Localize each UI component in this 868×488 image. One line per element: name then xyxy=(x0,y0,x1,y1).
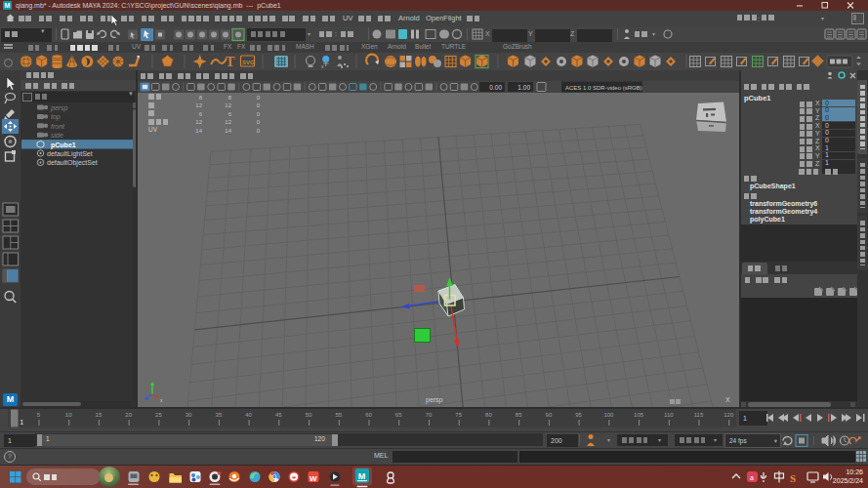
svg-text:T: T xyxy=(226,55,235,69)
svg-text:45: 45 xyxy=(275,412,282,418)
svg-text:25: 25 xyxy=(155,412,162,418)
svg-text:110: 110 xyxy=(664,412,674,418)
svg-text:pCube1: pCube1 xyxy=(51,142,76,149)
svg-text:SVG: SVG xyxy=(242,60,255,65)
svg-text:105: 105 xyxy=(634,412,644,418)
svg-text:115: 115 xyxy=(694,412,704,418)
svg-text:W: W xyxy=(310,474,317,483)
svg-text:70: 70 xyxy=(426,412,433,418)
svg-text:1: 1 xyxy=(21,419,24,426)
svg-text:100: 100 xyxy=(603,412,614,418)
svg-text:10: 10 xyxy=(65,412,72,418)
svg-text:40: 40 xyxy=(245,412,252,418)
svg-text:30: 30 xyxy=(186,412,192,418)
svg-text:M: M xyxy=(358,471,366,481)
svg-text:defaultLightSet: defaultLightSet xyxy=(47,150,93,158)
svg-text:top: top xyxy=(51,113,61,121)
svg-text:65: 65 xyxy=(395,412,402,418)
svg-text:35: 35 xyxy=(216,412,223,418)
svg-text:55: 55 xyxy=(335,412,342,418)
svg-text:20: 20 xyxy=(125,412,132,418)
svg-text:95: 95 xyxy=(575,412,582,418)
svg-text:85: 85 xyxy=(516,412,522,418)
svg-text:defaultObjectSet: defaultObjectSet xyxy=(47,159,98,167)
svg-text:60: 60 xyxy=(365,412,372,418)
svg-text:80: 80 xyxy=(485,412,492,418)
svg-text:90: 90 xyxy=(546,412,553,418)
svg-text:front: front xyxy=(51,123,65,130)
svg-text:120: 120 xyxy=(723,412,734,418)
svg-text:75: 75 xyxy=(455,412,462,418)
svg-text:side: side xyxy=(51,132,63,139)
svg-text:15: 15 xyxy=(96,412,103,418)
svg-text:50: 50 xyxy=(306,412,312,418)
svg-text:a: a xyxy=(750,474,754,481)
svg-text:persp: persp xyxy=(50,104,68,112)
svg-text:S: S xyxy=(790,472,796,484)
svg-text:5: 5 xyxy=(37,412,41,418)
